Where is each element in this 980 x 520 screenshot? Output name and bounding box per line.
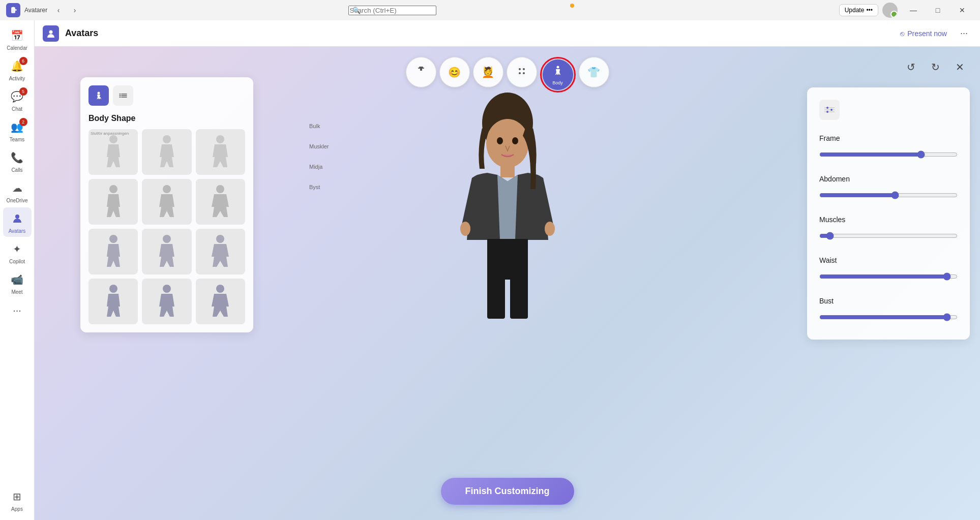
update-badge: [570, 4, 574, 8]
frame-slider[interactable]: [819, 150, 958, 159]
svg-rect-4: [419, 67, 423, 68]
muscles-label: Muskler: [309, 143, 329, 149]
body-icon: [552, 65, 564, 79]
close-button[interactable]: ✕: [951, 3, 974, 18]
frame-slider-container: [819, 146, 958, 165]
svg-point-12: [109, 135, 117, 143]
muscles-slider[interactable]: [819, 232, 958, 240]
tool-toolbar: 😊 💆: [406, 57, 609, 93]
tool-body-button[interactable]: Body: [543, 59, 573, 90]
body-shape-title: Body Shape: [88, 114, 245, 123]
more-icon: ···: [9, 302, 25, 318]
shape-item-3[interactable]: [196, 129, 245, 175]
waist-slider[interactable]: [819, 272, 958, 281]
window-controls: — □ ✕: [902, 3, 974, 18]
sidebar-item-avatars[interactable]: Avatars: [3, 207, 32, 237]
maximize-button[interactable]: □: [926, 3, 949, 18]
clothing-icon: 👕: [587, 66, 600, 78]
shape-item-10[interactable]: [88, 279, 138, 324]
right-toolbar: ↺ ↻ ✕: [901, 57, 970, 77]
svg-point-17: [216, 185, 224, 193]
meet-icon: 📹: [9, 271, 25, 288]
filter-icon[interactable]: [819, 100, 840, 120]
header-more-button[interactable]: ···: [956, 26, 972, 41]
tab-body[interactable]: [88, 85, 109, 106]
svg-point-18: [109, 235, 117, 243]
update-label: Update: [845, 7, 865, 14]
sidebar-item-onedrive[interactable]: ☁ OneDrive: [3, 177, 32, 206]
body-shape-grid: Slutför anpassningen: [88, 129, 245, 324]
tool-body-selected-wrapper: Body: [540, 57, 576, 93]
update-button[interactable]: Update •••: [839, 4, 878, 16]
search-input[interactable]: [348, 6, 436, 15]
sidebar-item-copilot[interactable]: ✦ Copilot: [3, 238, 32, 267]
shape-item-8[interactable]: [142, 229, 191, 274]
abdomen-slider[interactable]: [819, 191, 958, 199]
sidebar-item-calls[interactable]: 📞 Calls: [3, 146, 32, 176]
sidebar-item-label-teams: Teams: [10, 137, 24, 142]
muscles-slider-container: [819, 228, 958, 246]
hair-icon: 💆: [482, 66, 494, 78]
svg-point-19: [163, 235, 171, 243]
shape-item-11[interactable]: [142, 279, 191, 324]
slider-waist: Waist: [819, 256, 958, 287]
sidebar-item-calendar[interactable]: 📅 Calendar: [3, 24, 32, 54]
shape-item-6[interactable]: [196, 179, 245, 225]
finish-customizing-button[interactable]: Finish Customizing: [441, 478, 574, 505]
sidebar-item-teams[interactable]: 👥 Teams 2: [3, 116, 32, 145]
redo-button[interactable]: ↻: [925, 57, 945, 77]
shape-item-9[interactable]: [196, 229, 245, 274]
shape-item-5[interactable]: [142, 179, 191, 225]
shape-item-1[interactable]: Slutför anpassningen: [88, 129, 138, 175]
tool-clothing-button[interactable]: 👕: [579, 57, 609, 87]
svg-point-21: [109, 285, 117, 293]
sidebar-bottom: ⊞ Apps: [3, 485, 32, 516]
svg-point-13: [163, 135, 171, 143]
present-label: Present now: [907, 29, 947, 38]
sidebar-item-label-avatars: Avatars: [9, 228, 26, 234]
shape-item-7[interactable]: [88, 229, 138, 274]
search-icon: 🔍: [352, 7, 361, 14]
user-avatar: [882, 3, 898, 18]
tool-hair-button[interactable]: 💆: [473, 57, 503, 87]
sidebar-item-label-apps: Apps: [11, 506, 23, 512]
slider-abdomen: Abdomen: [819, 175, 958, 205]
svg-point-2: [15, 215, 19, 219]
tool-body-label: Body: [552, 80, 563, 85]
bust-label-right: Bust: [819, 297, 958, 305]
svg-point-7: [523, 68, 525, 70]
vertical-labels: Bulk Muskler Midja Byst: [309, 123, 329, 190]
minimize-button[interactable]: —: [902, 3, 925, 18]
back-button[interactable]: ‹: [51, 3, 66, 17]
tab-edit[interactable]: [113, 85, 133, 106]
shape-item-4[interactable]: [88, 179, 138, 225]
calls-icon: 📞: [9, 149, 25, 166]
apps-icon: ⊞: [9, 488, 25, 505]
tool-face-button[interactable]: 😊: [439, 57, 470, 87]
sidebar-item-label-calls: Calls: [11, 167, 22, 173]
svg-point-8: [519, 72, 521, 74]
forward-button[interactable]: ›: [68, 3, 82, 17]
close-workspace-button[interactable]: ✕: [949, 57, 970, 77]
sidebar-item-activity[interactable]: 🔔 Activity 6: [3, 55, 32, 84]
undo-button[interactable]: ↺: [901, 57, 921, 77]
sidebar-item-label-copilot: Copilot: [9, 259, 25, 264]
svg-point-20: [216, 235, 224, 243]
teams-logo: [6, 3, 20, 17]
sidebar-item-label-chat: Chat: [12, 106, 22, 112]
sidebar-item-more[interactable]: ···: [3, 299, 32, 321]
sidebar-item-chat[interactable]: 💬 Chat 5: [3, 85, 32, 115]
present-now-button[interactable]: ⎋ Present now: [895, 26, 952, 41]
svg-point-14: [216, 135, 224, 143]
shape-item-12[interactable]: [196, 279, 245, 324]
tool-pose-button[interactable]: [406, 57, 436, 87]
bust-slider[interactable]: [819, 313, 958, 321]
sidebar: 📅 Calendar 🔔 Activity 6 💬 Chat 5 👥 Teams…: [0, 20, 35, 520]
sidebar-item-apps[interactable]: ⊞ Apps: [3, 485, 32, 515]
shape-item-2[interactable]: [142, 129, 191, 175]
svg-point-22: [163, 285, 171, 293]
sidebar-item-label-calendar: Calendar: [7, 45, 27, 51]
sidebar-item-meet[interactable]: 📹 Meet: [3, 268, 32, 298]
breadcrumb: Avatarer: [24, 7, 47, 14]
tool-style-button[interactable]: [507, 57, 537, 87]
